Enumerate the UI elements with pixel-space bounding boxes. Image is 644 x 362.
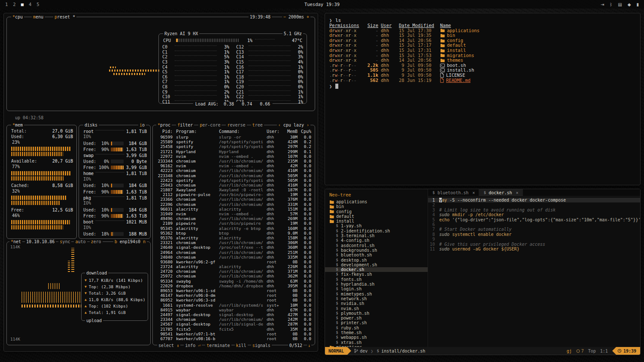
editor-line[interactable]: 10# Give this user privileged Docker acc… bbox=[428, 242, 640, 247]
process-row[interactable]: 24720chromium/usr/lib/chromium/dhh371M0.… bbox=[156, 269, 311, 274]
tree-item-hyprlandia.sh[interactable]: $hyprlandia.sh bbox=[325, 282, 428, 287]
process-row[interactable]: 89653kworker/u96:1-sdroot0B0.0 bbox=[156, 288, 311, 293]
tree-item-2-identification.sh[interactable]: $2-identification.sh bbox=[325, 229, 428, 233]
menu-button[interactable]: menu bbox=[32, 14, 45, 20]
process-row[interactable]: 25589spotify/opt/spotify/spotidhh424M0.2 bbox=[156, 139, 311, 144]
proc-action-signals[interactable]: signals bbox=[251, 343, 272, 348]
net-toggle-auto[interactable]: auto bbox=[74, 239, 87, 244]
editor-line[interactable]: 6 bbox=[428, 222, 640, 227]
process-row[interactable]: 46147kworker/u96:0-dmroot0B0.0 bbox=[156, 293, 311, 298]
cpu-title[interactable]: *cpu bbox=[11, 14, 24, 20]
tree-item-mimetypes.sh[interactable]: $mimetypes.sh bbox=[325, 292, 428, 296]
close-tab-icon[interactable]: × bbox=[516, 190, 518, 195]
process-row[interactable]: 23344chromium/usr/lib/chromium/dhh242M0.… bbox=[156, 317, 311, 322]
proc-sort-mode[interactable]: ‹ cpu lazy › bbox=[277, 122, 310, 128]
editor-line[interactable]: 11sudo usermod -aG docker ${USER} bbox=[428, 247, 640, 251]
tree-item-docker.sh[interactable]: $docker.sh bbox=[325, 267, 428, 272]
process-row[interactable]: 24964chromium/usr/lib/chromium/dhh251M0.… bbox=[156, 250, 311, 255]
tree-item-3-terminal.sh[interactable]: $3-terminal.sh bbox=[325, 233, 428, 238]
process-row[interactable]: 31949nvimnvim --embed .dhh57M0.0 bbox=[156, 211, 311, 216]
process-row[interactable]: 95334swaybgswaybg -i /home/dhdhh63M0.0 bbox=[156, 279, 311, 284]
tree-item-webapps.sh[interactable]: $webapps.sh bbox=[325, 335, 428, 340]
tree-item-backgrounds.sh[interactable]: $backgrounds.sh bbox=[325, 248, 428, 253]
tree-item-theme.sh[interactable]: $theme.sh bbox=[325, 330, 428, 335]
proc-filter-button[interactable]: filter bbox=[176, 122, 194, 128]
poll-interval-control[interactable]: − 2000ms + bbox=[282, 14, 310, 20]
workspace-2[interactable]: 2 bbox=[13, 2, 15, 7]
tree-item-login.sh[interactable]: $login.sh bbox=[325, 287, 428, 291]
net-interface[interactable]: b enp194s0 n bbox=[113, 239, 147, 244]
editor-line[interactable]: 8sudo systemctl enable docker bbox=[428, 232, 640, 237]
process-row[interactable]: 90541kworker/u97:1-btroot0B0.0 bbox=[156, 332, 311, 336]
process-row[interactable]: 23724alacrittyalacrittydhh226M0.0 bbox=[156, 264, 311, 269]
workspace-4[interactable]: 4 bbox=[29, 2, 31, 7]
process-row[interactable]: 24640signal-desktop/proc/self/exe --tdhh… bbox=[156, 245, 311, 250]
tree-item-power.sh[interactable]: $power.sh bbox=[325, 316, 428, 320]
process-row[interactable]: 25943chromium/usr/lib/chromium/dhh416M0.… bbox=[156, 183, 311, 187]
editor-line[interactable]: 1yay -S --noconfirm --needed docker dock… bbox=[428, 198, 640, 202]
git-branch[interactable]: dev bbox=[354, 349, 368, 353]
process-row[interactable]: 1661systemd-resolve/usr/lib/systemd/ssys… bbox=[156, 303, 311, 308]
process-row[interactable]: 223348chromium/usr/lib/chromium/dhh505M0… bbox=[156, 173, 311, 178]
tree-item-applications[interactable]: applications bbox=[325, 199, 428, 204]
proc-action-kill[interactable]: kill bbox=[235, 343, 248, 348]
tree-item-bin[interactable]: bin bbox=[325, 204, 428, 209]
proc-option-reverse[interactable]: reverse bbox=[226, 122, 246, 128]
process-row[interactable]: 22972nvimnvim --embed .dhh107M0.0 bbox=[156, 154, 311, 159]
screenshare-icon[interactable]: ⇥ bbox=[601, 2, 604, 7]
scroll-down-icon[interactable]: ↓ bbox=[307, 343, 311, 348]
process-row[interactable]: 22029dropbox/home/dhh/.dropboxdhh395M0.0 bbox=[156, 284, 311, 288]
process-row[interactable]: 25458spotify/opt/spotify/spotidhh297M0.2 bbox=[156, 144, 311, 149]
terminal-window[interactable]: ❯lsPermissionsSizeUserDate ModifiedNamed… bbox=[325, 13, 641, 185]
process-row[interactable]: 22396chromium/usr/lib/chromium/dhh331M0.… bbox=[156, 202, 311, 207]
process-row[interactable]: 21785fcitx5fcitx5dhh35M0.0 bbox=[156, 327, 311, 332]
process-row[interactable]: 84915waybarwaybardhh67M0.0 bbox=[156, 308, 311, 312]
network-icon[interactable]: ▤ bbox=[618, 2, 622, 7]
tree-item-config[interactable]: config bbox=[325, 209, 428, 214]
tree-item-xtras.sh[interactable]: $xtras.sh bbox=[325, 340, 428, 345]
workspace-1[interactable]: 1 bbox=[5, 2, 8, 7]
tree-item-plymouth.sh[interactable]: $plymouth.sh bbox=[325, 311, 428, 316]
tab-bluetooth.sh[interactable]: $bluetooth.sh× bbox=[428, 189, 479, 196]
tree-item-install[interactable]: install bbox=[325, 219, 428, 223]
process-row[interactable]: 21721HyprlandHyprlanddhh299M0.1 bbox=[156, 149, 311, 154]
preset-button[interactable]: preset * bbox=[53, 14, 76, 20]
editor-line[interactable]: 9 bbox=[428, 237, 640, 241]
terminal-cursor[interactable] bbox=[335, 84, 338, 89]
process-row[interactable]: 86952kworker/u96:3-sdroot0B0.0 bbox=[156, 298, 311, 302]
tree-item-4-config.sh[interactable]: $4-config.sh bbox=[325, 238, 428, 243]
workspace-3[interactable]: ■ bbox=[21, 2, 24, 7]
tree-item-1-yay.sh[interactable]: $1-yay.sh bbox=[325, 223, 428, 228]
process-row[interactable]: 23366chromium/usr/lib/chromium/dhh376M0.… bbox=[156, 197, 311, 202]
disks-title[interactable]: disks bbox=[83, 122, 99, 128]
process-row[interactable]: 233344chromium/usr/lib/chromium/dhh235M0… bbox=[156, 159, 311, 163]
disks-io-toggle[interactable]: io bbox=[138, 122, 146, 128]
tree-item-nvidia.sh[interactable]: $nvidia.sh bbox=[325, 301, 428, 306]
net-toggle-sync[interactable]: sync bbox=[58, 239, 71, 244]
process-row[interactable]: 93680kworker/u96:2-gfroot0B0.0 bbox=[156, 259, 311, 264]
tree-item-bluetooth.sh[interactable]: $bluetooth.sh bbox=[325, 253, 428, 257]
editor-buffer[interactable]: 1yay -S --noconfirm --needed docker dock… bbox=[428, 196, 640, 347]
editor-line[interactable]: 3# Limit log size to avoid running out o… bbox=[428, 208, 640, 212]
tree-item-nvim.sh[interactable]: $nvim.sh bbox=[325, 306, 428, 311]
tree-item-fix-fkeys.sh[interactable]: $fix-fkeys.sh bbox=[325, 272, 428, 277]
process-row[interactable]: 24567signal-desktop/usr/lib/signal-dedhh… bbox=[156, 322, 311, 326]
tree-item-ruby.sh[interactable]: $ruby.sh bbox=[325, 326, 428, 330]
net-title[interactable]: *net bbox=[9, 239, 22, 244]
process-row[interactable]: 21807XwaylandXwayland :0 -rootldhh187M0.… bbox=[156, 187, 311, 192]
proc-action-info[interactable]: info ⏎ bbox=[184, 343, 202, 348]
process-row[interactable]: 96599slurpslurp -ordhh38M0.0 bbox=[156, 135, 311, 139]
tab-docker.sh[interactable]: $docker.sh× bbox=[479, 189, 522, 196]
tree-item-default[interactable]: default bbox=[325, 214, 428, 219]
process-row[interactable]: 42223chromium/usr/lib/chromium/dhh416M0.… bbox=[156, 168, 311, 173]
process-row[interactable]: 24040chromium/usr/lib/chromium/dhh335M0.… bbox=[156, 255, 311, 259]
net-toggle-zero[interactable]: zero bbox=[90, 239, 103, 244]
tree-item-development.sh[interactable]: $development.sh bbox=[325, 262, 428, 267]
proc-title[interactable]: *proc bbox=[156, 122, 172, 128]
process-row[interactable]: 95362btopbtopdhh9.0M0.0 bbox=[156, 231, 311, 235]
editor-line[interactable]: 4sudo mkdir -p /etc/docker bbox=[428, 212, 640, 217]
volume-icon[interactable]: ◆ bbox=[628, 2, 631, 7]
mem-title[interactable]: *mem bbox=[11, 122, 24, 128]
process-row[interactable]: 67707kworker/u98:16-broot0B0.0 bbox=[156, 336, 311, 341]
workspace-5[interactable]: 5 bbox=[36, 2, 39, 7]
